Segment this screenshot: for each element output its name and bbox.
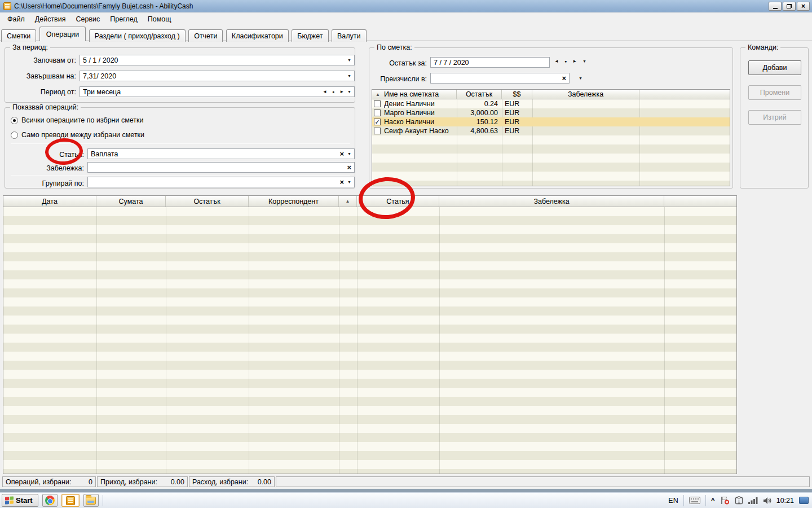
period-value: Три месеца: [83, 88, 317, 96]
chevron-down-icon[interactable]: ▼: [579, 76, 582, 80]
account-note-column-header[interactable]: Забележка: [532, 90, 639, 99]
account-table: ▲ Име на сметката Остатък $$ Забележка Д…: [372, 89, 730, 186]
account-row-denis[interactable]: Денис Налични 0.24 EUR: [372, 99, 730, 108]
checkbox-unchecked-icon[interactable]: [374, 110, 381, 116]
account-balance-column-header[interactable]: Остатък: [457, 90, 502, 99]
chevron-down-icon[interactable]: ▼: [582, 59, 586, 63]
show-desktop-icon[interactable]: [799, 497, 809, 504]
chevron-down-icon[interactable]: ▼: [347, 152, 351, 156]
next-period-icon[interactable]: ►: [339, 89, 344, 94]
app-icon: [3, 2, 11, 10]
account-filler-column-header: [639, 90, 730, 99]
start-button[interactable]: Start: [2, 494, 38, 507]
start-date-field[interactable]: 5 / 1 / 2020 ▼: [80, 55, 355, 65]
clear-icon[interactable]: ×: [347, 164, 351, 171]
status-operations-count: Операций, избрани: 0: [2, 476, 96, 487]
radio-all-operations[interactable]: Всички операциите по избрни сметки: [11, 116, 144, 124]
status-operations-label: Операций, избрани:: [6, 478, 71, 486]
account-name-header-label: Име на сметката: [384, 90, 439, 98]
account-row-margo[interactable]: Марго Налични 3,000.00 EUR: [372, 108, 730, 117]
chevron-down-icon[interactable]: ▼: [347, 90, 351, 94]
tab-operations[interactable]: Операции: [39, 27, 86, 41]
operations-table: Дата Сумата Остатък Корреспондент ▲ Стат…: [3, 195, 737, 474]
keyboard-icon[interactable]: [689, 497, 700, 504]
restore-button[interactable]: [783, 2, 796, 11]
app-window: C:\Users\Home\Documents\Famyly Bujet.cas…: [0, 0, 812, 489]
group-by-field[interactable]: × ▼: [87, 177, 355, 187]
account-currency: EUR: [501, 127, 532, 135]
abilitycash-taskbar-button[interactable]: [61, 494, 80, 507]
correspondent-column-header[interactable]: Корреспондент: [249, 196, 339, 207]
account-groupbox: По сметка: Остатък за: 7 / 7 / 2020 ◄ ● …: [369, 47, 733, 189]
prev-period-icon[interactable]: ◄: [323, 89, 327, 94]
tab-currencies[interactable]: Валути: [332, 29, 367, 42]
clock[interactable]: 10:21: [776, 497, 794, 505]
speaker-icon[interactable]: [763, 497, 771, 505]
balance-column-header[interactable]: Остатък: [166, 196, 249, 207]
menu-file[interactable]: Файл: [2, 14, 30, 24]
chevron-down-icon[interactable]: ▼: [347, 58, 351, 62]
radio-transfers-only[interactable]: Само преводи между избрани сметки: [11, 131, 144, 139]
account-name-column-header[interactable]: ▲ Име на сметката: [372, 90, 457, 99]
menu-view[interactable]: Преглед: [105, 14, 142, 24]
chrome-taskbar-button[interactable]: [42, 494, 58, 507]
amount-column-header[interactable]: Сумата: [96, 196, 166, 207]
period-field[interactable]: Три месеца ◄ ● ► ▼: [80, 86, 355, 97]
flag-error-icon[interactable]: [720, 496, 730, 505]
note-filter-field[interactable]: ×: [87, 162, 355, 173]
status-filler: [276, 476, 810, 487]
chevron-up-icon[interactable]: ^: [711, 497, 715, 505]
clear-icon[interactable]: ×: [339, 178, 344, 186]
operations-table-body: [3, 207, 736, 474]
account-currency: EUR: [501, 118, 532, 126]
radio-unselected-icon: [11, 132, 18, 139]
balance-date-field[interactable]: 7 / 7 / 2020: [430, 57, 550, 68]
article-column-header[interactable]: Статья: [357, 196, 439, 207]
today-icon[interactable]: ●: [564, 59, 567, 63]
end-date-value: 7,31/ 2020: [83, 72, 344, 80]
account-row-nasko[interactable]: ✓ Наско Налични 150.12 EUR: [372, 117, 730, 126]
radio-selected-icon: [11, 117, 18, 124]
explorer-taskbar-button[interactable]: [83, 494, 99, 507]
recalc-field[interactable]: ×: [430, 73, 570, 84]
status-income-value: 0.00: [165, 478, 184, 486]
checkbox-unchecked-icon[interactable]: [374, 100, 381, 107]
balance-date-label: Остатък за:: [372, 59, 427, 67]
menu-help[interactable]: Помощ: [143, 14, 176, 24]
account-balance: 150.12: [456, 118, 501, 126]
tab-classifiers[interactable]: Класификатори: [226, 29, 289, 42]
note-column-header[interactable]: Забележка: [439, 196, 664, 207]
menu-actions[interactable]: Действия: [30, 14, 71, 24]
taskbar: Start EN ^ 10:21: [0, 492, 812, 508]
next-date-icon[interactable]: ►: [572, 59, 577, 64]
add-button[interactable]: Добави: [748, 60, 801, 75]
menu-service[interactable]: Сервис: [71, 14, 105, 24]
date-column-header[interactable]: Дата: [3, 196, 96, 207]
checkbox-unchecked-icon[interactable]: [374, 128, 381, 134]
article-filter-field[interactable]: Ваплата × ▼: [87, 148, 355, 159]
current-period-icon[interactable]: ●: [332, 90, 334, 94]
prev-date-icon[interactable]: ◄: [554, 59, 559, 64]
network-signal-icon[interactable]: [748, 497, 758, 504]
checkbox-checked-icon[interactable]: ✓: [374, 119, 381, 125]
tab-accounts[interactable]: Сметки: [1, 29, 36, 42]
period-group-title: За период:: [10, 43, 50, 51]
tab-reports[interactable]: Отчети: [188, 29, 223, 42]
chevron-down-icon[interactable]: ▼: [347, 74, 351, 78]
language-indicator[interactable]: EN: [668, 497, 678, 505]
tab-categories[interactable]: Раздели ( приход/разход ): [89, 29, 186, 42]
account-row-seif[interactable]: Сеиф Акаунт Наско 4,800.63 EUR: [372, 126, 730, 135]
minimize-button[interactable]: [769, 2, 782, 11]
clear-icon[interactable]: ×: [562, 75, 566, 82]
close-button[interactable]: ×: [797, 2, 810, 11]
operations-table-header: Дата Сумата Остатък Корреспондент ▲ Стат…: [3, 196, 736, 207]
clear-icon[interactable]: ×: [339, 150, 344, 157]
chevron-down-icon[interactable]: ▼: [347, 180, 351, 184]
sort-column-header[interactable]: ▲: [339, 196, 357, 207]
period-groupbox: За период: Започвам от: 5 / 1 / 2020 ▼ З…: [5, 47, 355, 103]
account-currency-column-header[interactable]: $$: [502, 90, 532, 99]
end-date-label: Завършвам на:: [7, 72, 76, 80]
tab-budget[interactable]: Бюджет: [292, 29, 328, 42]
clipboard-icon[interactable]: [735, 496, 743, 505]
end-date-field[interactable]: 7,31/ 2020 ▼: [80, 71, 355, 81]
